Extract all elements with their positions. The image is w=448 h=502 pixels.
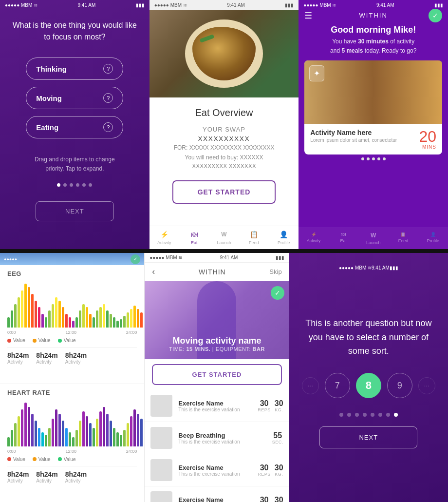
- number-8[interactable]: 8: [356, 373, 381, 398]
- nav3-activity-icon: ⚡: [311, 232, 317, 237]
- activity-mins: 20: [419, 129, 436, 144]
- nav-profile[interactable]: 👤 Profile: [269, 226, 299, 249]
- heart-bar-14: [55, 409, 57, 446]
- heart-bar-17: [65, 428, 68, 446]
- heart-section: HEART RATE 0:00 12:00 24:00 Value Value: [0, 384, 144, 502]
- skip-link[interactable]: Skip: [269, 268, 281, 275]
- dot-3: [70, 183, 73, 187]
- nav3-profile[interactable]: 👤 Profile: [418, 228, 448, 249]
- eeg-chart: [7, 281, 137, 330]
- legend-label-2: Value: [38, 338, 51, 343]
- focus-question: What is the one thing you would like to …: [10, 19, 140, 43]
- eating-info-icon[interactable]: ?: [103, 122, 113, 132]
- nav3-feed[interactable]: 📋 Feed: [388, 228, 418, 249]
- heart-bar-3: [18, 416, 20, 446]
- heart-bar-18: [69, 432, 71, 446]
- nav-activity[interactable]: ⚡ Activity: [149, 226, 179, 249]
- number-9[interactable]: 9: [387, 373, 412, 398]
- nav3-eat[interactable]: 🍽 Eat: [329, 228, 358, 249]
- heart-bar-9: [38, 428, 40, 446]
- legend-label-3: Value: [64, 338, 76, 343]
- good-morning: Good morning Mike!: [299, 21, 448, 37]
- heart-legend-lbl-3: Value: [64, 457, 76, 462]
- activity-badge: ✦: [309, 65, 324, 81]
- exercise-var-1: This is the exercise variation: [178, 439, 272, 444]
- nav3-launch[interactable]: W Launch: [358, 228, 388, 249]
- stat-unit1-0: REPS: [258, 407, 271, 412]
- time-label: TIME:: [169, 346, 185, 352]
- exercise-var-2: This is the exercise variation: [178, 471, 258, 477]
- eating-option[interactable]: Eating ?: [26, 116, 123, 138]
- for-value: XXXXX XXXXXXXX XXXXXXXX: [189, 144, 275, 151]
- within-label-5: WITHIN: [199, 268, 226, 276]
- activity-card[interactable]: ✦ Activity Name here Lorem ipsum dolor s…: [304, 60, 442, 154]
- nav-launch[interactable]: W Launch: [209, 226, 239, 249]
- menu-icon[interactable]: ☰: [304, 10, 312, 21]
- swap-for: FOR: XXXXX XXXXXXXX XXXXXXXX: [174, 144, 275, 151]
- next-button-6[interactable]: NEXT: [319, 426, 417, 448]
- heart-bar-29: [106, 414, 109, 446]
- eeg-bar-21: [79, 310, 81, 328]
- status-bar-6: ●●●●● MBM ≋ 9:41 AM ▮▮▮: [334, 263, 403, 272]
- bdot-3: [355, 413, 359, 417]
- dot-4: [76, 183, 79, 187]
- carrier-2: ●●●●● MBM ≋: [154, 2, 187, 8]
- number-7[interactable]: 7: [325, 373, 350, 398]
- eeg-bar-23: [86, 307, 88, 328]
- battery-2: ▮▮▮: [285, 2, 294, 8]
- heart-bar-16: [62, 421, 64, 446]
- stat-lbl-2: Activity: [36, 359, 57, 365]
- avatar-icon[interactable]: ✓: [429, 9, 442, 22]
- your-swap-label: YOUR SWAP: [203, 126, 245, 133]
- dot-6: [89, 183, 92, 187]
- bottom-nav-2: ⚡ Activity 🍽 Eat W Launch 📋 Feed 👤 Profi…: [149, 226, 299, 249]
- partial-icon: ✓: [131, 254, 140, 264]
- exercise-item-3[interactable]: Exercise NameThis is the exercise variat…: [145, 486, 289, 502]
- nav3-launch-icon: W: [371, 232, 376, 239]
- next-button-1[interactable]: NEXT: [36, 201, 114, 221]
- eeg-bar-1: [11, 310, 13, 328]
- heart-bar-22: [82, 411, 85, 446]
- eat-icon: 🍽: [189, 230, 199, 239]
- hero-status: ✓: [271, 286, 284, 300]
- row-divider: [0, 249, 448, 253]
- stat-lbl-3: Activity: [65, 359, 87, 365]
- number-question: This is another question but now you hav…: [302, 316, 435, 358]
- exercise-info-3: Exercise NameThis is the exercise variat…: [178, 496, 258, 502]
- heart-stats: 8h24m Activity 8h24m Activity 8h24m Acti…: [7, 466, 137, 483]
- battery-5: ▮▮▮: [276, 255, 284, 260]
- heart-legend: Value Value Value: [7, 457, 137, 462]
- exercise-item-2[interactable]: Exercise NameThis is the exercise variat…: [145, 454, 289, 486]
- activity-hero-name: Moving activity name: [169, 336, 265, 346]
- nav-eat[interactable]: 🍽 Eat: [179, 226, 209, 249]
- eeg-bar-6: [28, 287, 30, 328]
- exercise-stats-1: 55SEC.: [272, 432, 283, 444]
- heart-legend-lbl-2: Value: [38, 457, 51, 462]
- heart-stat-lbl-3: Activity: [65, 478, 87, 483]
- eeg-time-mid: 12:00: [65, 330, 76, 335]
- nav3-activity[interactable]: ⚡ Activity: [299, 228, 328, 249]
- eeg-bar-36: [130, 309, 132, 328]
- exercise-item-0[interactable]: Exercise NameThis is the exercise variat…: [145, 390, 289, 422]
- nav-feed[interactable]: 📋 Feed: [239, 226, 269, 249]
- get-started-button-2[interactable]: GET STARTED: [172, 180, 276, 204]
- bottom-nav-3: ⚡ Activity 🍽 Eat W Launch 📋 Feed 👤 Profi…: [299, 228, 448, 249]
- thinking-option[interactable]: Thinking ?: [26, 58, 123, 80]
- eeg-bar-28: [103, 304, 105, 328]
- moving-info-icon[interactable]: ?: [103, 93, 113, 103]
- stat-unit2-0: KG.: [275, 407, 283, 412]
- stat-2: 8h24m Activity: [36, 351, 57, 365]
- nav3-activity-label: Activity: [307, 238, 321, 243]
- moving-option[interactable]: Moving ?: [26, 87, 123, 109]
- heart-legend-dot-2: [33, 457, 37, 461]
- thinking-info-icon[interactable]: ?: [103, 64, 113, 74]
- food-noodles: [192, 27, 256, 80]
- back-arrow[interactable]: ‹: [152, 267, 155, 277]
- get-started-button-5[interactable]: GET STARTED: [152, 364, 281, 385]
- time-2: 9:41 AM: [227, 2, 245, 8]
- heart-legend-2: Value: [33, 457, 51, 462]
- exercise-item-1[interactable]: Beep BreathingThis is the exercise varia…: [145, 422, 289, 454]
- eeg-time-end: 24:00: [126, 330, 137, 335]
- eat-title: Eat Overview: [195, 107, 253, 118]
- exercise-name-3: Exercise Name: [178, 496, 258, 502]
